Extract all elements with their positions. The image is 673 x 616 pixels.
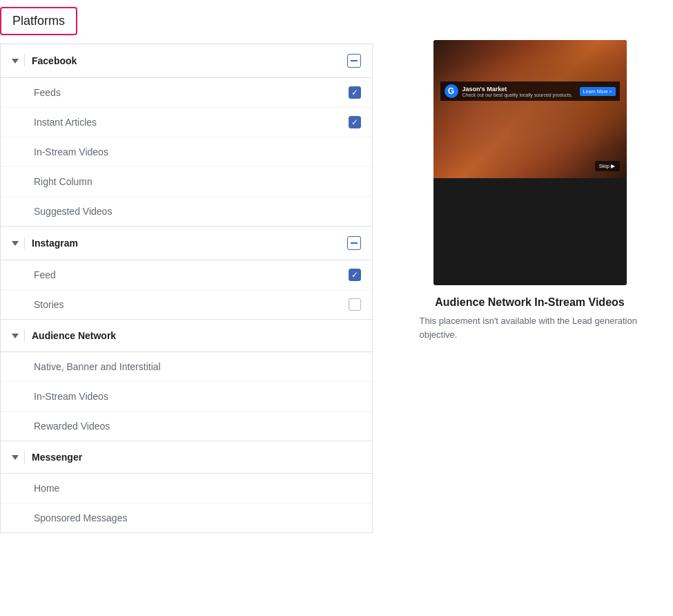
in-stream-videos-label: In-Stream Videos: [34, 146, 349, 157]
sponsored-messages-label: Sponsored Messages: [34, 512, 349, 523]
audience-network-items: Native, Banner and Interstitial In-Strea…: [1, 352, 372, 441]
left-panel: Platforms Facebook Feeds Instant Article…: [0, 7, 373, 533]
list-item: Sponsored Messages: [1, 503, 372, 532]
stories-checkbox[interactable]: [349, 298, 361, 311]
instagram-minus-button[interactable]: [347, 236, 361, 250]
facebook-minus-button[interactable]: [347, 54, 361, 68]
list-item: Suggested Videos: [1, 197, 372, 226]
ad-brand-subtitle: Check out our best quality locally sourc…: [462, 93, 576, 97]
list-item: Right Column: [1, 167, 372, 197]
rewarded-videos-label: Rewarded Videos: [34, 421, 349, 432]
ad-preview-container: G Jason's Market Check out our best qual…: [387, 40, 673, 341]
messenger-items: Home Sponsored Messages: [1, 474, 372, 532]
instagram-feed-checkbox[interactable]: [349, 269, 361, 281]
messenger-section-header: Messenger: [1, 441, 372, 474]
instant-articles-label: Instant Articles: [34, 117, 349, 128]
platforms-title: Platforms: [12, 14, 65, 28]
audience-network-section: Audience Network Native, Banner and Inte…: [0, 320, 373, 441]
instagram-section-header: Instagram: [1, 227, 372, 260]
messenger-home-label: Home: [34, 483, 349, 494]
ad-banner: G Jason's Market Check out our best qual…: [440, 81, 620, 101]
instagram-chevron-icon[interactable]: [12, 241, 19, 246]
facebook-divider: [24, 55, 25, 67]
list-item: Feed: [1, 260, 372, 290]
ad-icon-letter: G: [448, 86, 454, 96]
learn-more-button[interactable]: Learn More »: [580, 87, 616, 96]
ad-image: G Jason's Market Check out our best qual…: [433, 40, 627, 178]
phone-top: G Jason's Market Check out our best qual…: [433, 40, 627, 178]
list-item: In-Stream Videos: [1, 137, 372, 167]
facebook-chevron-icon[interactable]: [12, 59, 19, 64]
instant-articles-checkbox[interactable]: [349, 116, 361, 128]
list-item: In-Stream Videos: [1, 382, 372, 412]
instagram-feed-label: Feed: [34, 269, 349, 280]
preview-title: Audience Network In-Stream Videos: [435, 296, 624, 309]
sponsored-messages-placeholder: [349, 512, 361, 524]
phone-bottom-black: [433, 178, 627, 285]
skip-button[interactable]: Skip ▶: [595, 161, 620, 171]
messenger-section: Messenger Home Sponsored Messages: [0, 441, 373, 533]
audience-network-section-header: Audience Network: [1, 320, 372, 352]
messenger-divider: [24, 451, 25, 463]
audience-network-section-title: Audience Network: [32, 330, 361, 341]
audience-network-chevron-icon[interactable]: [12, 334, 19, 338]
list-item: Native, Banner and Interstitial: [1, 352, 372, 382]
native-banner-label: Native, Banner and Interstitial: [34, 361, 349, 372]
messenger-chevron-icon[interactable]: [12, 455, 19, 460]
suggested-videos-label: Suggested Videos: [34, 206, 349, 217]
list-item: Rewarded Videos: [1, 412, 372, 441]
audience-network-divider: [24, 329, 25, 342]
messenger-section-title: Messenger: [32, 452, 361, 463]
ad-text-block: Jason's Market Check out our best qualit…: [462, 86, 576, 97]
food-image-overlay: [433, 40, 627, 178]
list-item: Stories: [1, 290, 372, 319]
instagram-items: Feed Stories: [1, 260, 372, 319]
instagram-section-title: Instagram: [32, 238, 347, 249]
phone-mockup: G Jason's Market Check out our best qual…: [433, 40, 627, 285]
an-in-stream-videos-label: In-Stream Videos: [34, 391, 349, 402]
messenger-home-placeholder: [349, 482, 361, 494]
facebook-section: Facebook Feeds Instant Articles In-Strea…: [0, 44, 373, 227]
facebook-section-header: Facebook: [1, 44, 372, 78]
ad-brand-icon: G: [445, 84, 458, 98]
feeds-checkbox[interactable]: [349, 86, 361, 99]
list-item: Home: [1, 474, 372, 503]
an-in-stream-videos-placeholder: [349, 390, 361, 403]
facebook-section-title: Facebook: [32, 55, 347, 66]
preview-description: This placement isn't available with the …: [420, 314, 641, 341]
facebook-items: Feeds Instant Articles In-Stream Videos …: [1, 78, 372, 226]
instagram-divider: [24, 237, 25, 249]
in-stream-videos-checkbox-placeholder: [349, 146, 361, 158]
right-panel: G Jason's Market Check out our best qual…: [387, 7, 673, 533]
rewarded-videos-placeholder: [349, 420, 361, 432]
list-item: Instant Articles: [1, 108, 372, 137]
feeds-label: Feeds: [34, 87, 349, 98]
suggested-videos-checkbox-placeholder: [349, 205, 361, 218]
list-item: Feeds: [1, 78, 372, 108]
ad-brand-title: Jason's Market: [462, 86, 576, 93]
platforms-header: Platforms: [0, 7, 77, 35]
right-column-checkbox-placeholder: [349, 175, 361, 188]
instagram-section: Instagram Feed Stories: [0, 227, 373, 320]
right-column-label: Right Column: [34, 176, 349, 187]
stories-label: Stories: [34, 299, 349, 310]
native-banner-checkbox-placeholder: [349, 360, 361, 373]
